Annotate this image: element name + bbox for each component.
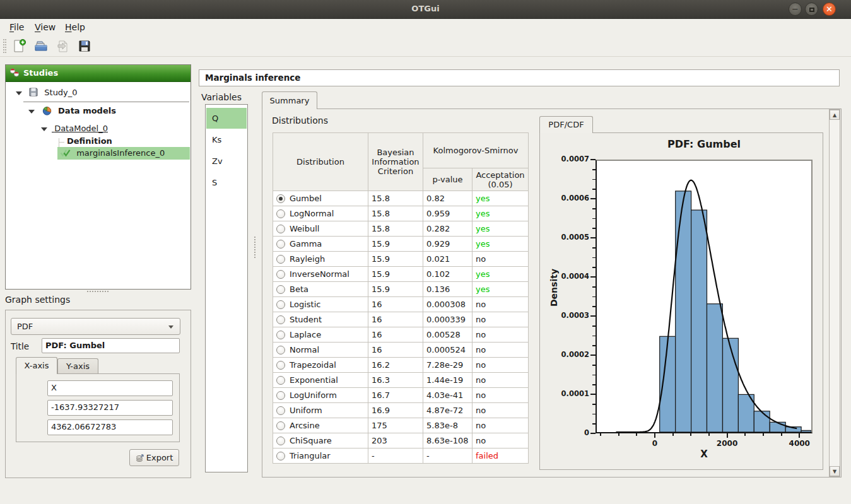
distribution-radio[interactable] [276, 391, 285, 400]
export-button[interactable]: Export [129, 449, 179, 466]
variable-item-ks[interactable]: Ks [206, 129, 247, 150]
tree-item-marginals-inference[interactable]: marginalsInference_0 [57, 147, 190, 160]
tab-pdf-cdf[interactable]: PDF/CDF [539, 116, 593, 133]
distribution-name: LogNormal [290, 209, 334, 218]
distribution-row-triangular[interactable]: Triangular--failed [273, 448, 529, 464]
bic-value: 16.3 [368, 373, 423, 388]
vertical-splitter-handle[interactable] [254, 237, 256, 258]
distribution-row-arcsine[interactable]: Arcsine1755.83e-8no [273, 418, 529, 433]
save-study-button[interactable] [76, 38, 93, 54]
horizontal-splitter-handle[interactable] [87, 291, 109, 293]
distribution-row-beta[interactable]: Beta15.90.136yes [273, 282, 529, 297]
x-minor-tick [690, 433, 691, 436]
col-header-bic[interactable]: Bayesian Information Criterion [368, 133, 423, 191]
distribution-row-inversenormal[interactable]: InverseNormal15.90.102yes [273, 267, 529, 282]
distribution-row-loguniform[interactable]: LogUniform16.74.03e-41no [273, 388, 529, 403]
bic-value: 15.9 [368, 267, 423, 282]
distribution-radio[interactable] [276, 346, 285, 355]
distribution-radio[interactable] [276, 255, 285, 264]
vertical-scrollbar[interactable]: ▲ ▼ [829, 109, 840, 477]
tree-item-data-models[interactable]: Data models [28, 104, 116, 118]
pdf-chart[interactable]: PDF: Gumbel Density X 0.00070.00060.0005… [539, 132, 823, 470]
new-study-button[interactable] [10, 38, 28, 54]
open-study-button[interactable] [32, 38, 50, 54]
distribution-radio[interactable] [276, 421, 285, 430]
y-minor-tick [592, 365, 596, 366]
distribution-radio[interactable] [276, 361, 285, 370]
distribution-radio[interactable] [276, 437, 285, 445]
tree-item-definition[interactable]: Definition [67, 135, 112, 148]
distribution-radio[interactable] [276, 376, 285, 385]
bic-value: 15.8 [368, 221, 423, 237]
distribution-row-laplace[interactable]: Laplace160.00528no [273, 327, 529, 343]
distribution-radio[interactable] [276, 452, 285, 460]
acceptation-value: no [472, 252, 529, 267]
distribution-radio[interactable] [276, 270, 285, 279]
col-header-acceptation[interactable]: Acceptation (0.05) [472, 168, 529, 191]
acceptation-value: no [472, 343, 529, 358]
distribution-row-exponential[interactable]: Exponential16.31.44e-19no [273, 373, 529, 388]
distribution-row-uniform[interactable]: Uniform16.94.87e-72no [273, 403, 529, 418]
tree-item-study-0[interactable]: Study_0 [16, 86, 78, 100]
p-value: 0.021 [423, 252, 472, 267]
distribution-row-gumbel[interactable]: Gumbel15.80.82yes [273, 191, 529, 206]
distribution-name: Trapezoidal [290, 360, 336, 370]
distribution-radio[interactable] [276, 225, 285, 233]
distribution-row-gamma[interactable]: Gamma15.90.929yes [273, 237, 529, 252]
tab-x-axis[interactable]: X-axis [16, 357, 57, 374]
import-script-button[interactable] [54, 38, 72, 54]
variable-item-q[interactable]: Q [206, 108, 247, 129]
x-tick-label: 0 [636, 439, 674, 448]
tab-summary[interactable]: Summary [262, 91, 317, 109]
tree-item-datamodel-0[interactable]: DataModel_0 [41, 122, 108, 136]
plot-type-combobox[interactable]: PDF [11, 318, 180, 335]
toolbar-drag-handle[interactable] [3, 39, 6, 53]
y-minor-tick [592, 267, 596, 268]
variable-item-zv[interactable]: Zv [206, 151, 247, 172]
distribution-radio[interactable] [276, 194, 285, 203]
expand-arrow-icon[interactable] [16, 91, 22, 95]
distribution-row-logistic[interactable]: Logistic160.000308no [273, 297, 529, 312]
scroll-up-icon[interactable]: ▲ [830, 110, 840, 120]
maximize-button[interactable] [805, 3, 818, 16]
minimize-button[interactable]: − [789, 3, 802, 16]
menu-file[interactable]: File [5, 21, 28, 34]
distribution-radio[interactable] [276, 240, 285, 249]
close-button[interactable]: ✕ [823, 3, 836, 16]
distribution-radio[interactable] [276, 406, 285, 415]
menu-view[interactable]: View [30, 21, 60, 34]
distribution-row-normal[interactable]: Normal160.000524no [273, 343, 529, 358]
distribution-row-weibull[interactable]: Weibull15.80.282yes [273, 221, 529, 237]
acceptation-value: yes [472, 282, 529, 297]
x-tick-label: 2000 [708, 439, 746, 448]
acceptation-value: failed [472, 448, 529, 464]
scroll-down-icon[interactable]: ▼ [830, 466, 840, 476]
y-major-tick [590, 355, 596, 356]
distribution-row-rayleigh[interactable]: Rayleigh15.90.021no [273, 252, 529, 267]
distribution-radio[interactable] [276, 300, 285, 309]
col-header-p-value[interactable]: p-value [423, 168, 472, 191]
col-header-ks[interactable]: Kolmogorov-Smirnov [423, 133, 529, 168]
menu-help[interactable]: Help [61, 21, 90, 34]
x-max-input[interactable]: 4362.06672783 [47, 419, 173, 435]
distribution-row-chisquare[interactable]: ChiSquare2038.63e-108no [273, 433, 529, 448]
variable-item-s[interactable]: S [206, 172, 247, 193]
expand-arrow-icon[interactable] [28, 110, 35, 114]
distribution-row-lognormal[interactable]: LogNormal15.80.959yes [273, 206, 529, 221]
tab-y-axis[interactable]: Y-axis [57, 358, 98, 374]
graph-title-input[interactable]: PDF: Gumbel [42, 338, 180, 353]
col-header-distribution[interactable]: Distribution [273, 133, 368, 191]
x-min-input[interactable]: -1637.93327217 [47, 400, 173, 416]
distribution-radio[interactable] [276, 331, 285, 339]
title-bar[interactable]: OTGui − ✕ [0, 0, 851, 19]
expand-arrow-icon[interactable] [41, 127, 47, 131]
distribution-radio[interactable] [276, 285, 285, 294]
distribution-radio[interactable] [276, 315, 285, 324]
distribution-row-student[interactable]: Student160.000339no [273, 312, 529, 327]
x-title-input[interactable]: X [47, 380, 173, 396]
distribution-radio[interactable] [276, 209, 285, 218]
acceptation-value: yes [472, 191, 529, 206]
y-major-tick [590, 433, 596, 434]
p-value: - [423, 448, 472, 464]
distribution-row-trapezoidal[interactable]: Trapezoidal16.27.28e-29no [273, 358, 529, 373]
